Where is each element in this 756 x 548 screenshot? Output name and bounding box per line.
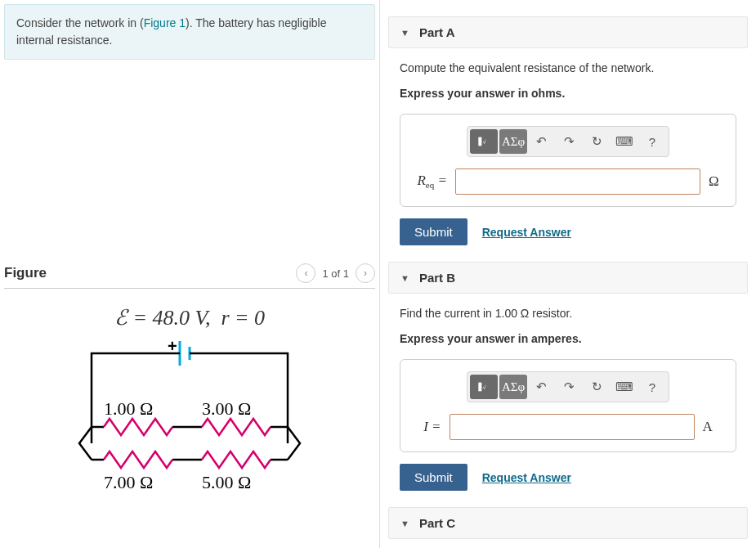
r3-label: 7.00 Ω xyxy=(104,472,153,492)
templates-icon[interactable]: √ xyxy=(470,375,498,399)
figure-title: Figure xyxy=(4,265,47,281)
figure-prev-button[interactable]: ‹ xyxy=(296,263,315,283)
part-a-body: Compute the equivalent resistance of the… xyxy=(388,48,748,245)
greek-button[interactable]: ΑΣφ xyxy=(499,129,527,154)
part-a-instruction: Compute the equivalent resistance of the… xyxy=(400,60,736,77)
svg-text:√: √ xyxy=(483,139,486,145)
svg-rect-4 xyxy=(478,383,481,392)
left-panel: Consider the network in (Figure 1). The … xyxy=(0,0,380,548)
caret-down-icon: ▼ xyxy=(400,273,409,283)
help-icon[interactable]: ? xyxy=(638,129,666,154)
part-a-unit: Ω xyxy=(709,173,719,190)
problem-text-prefix: Consider the network in ( xyxy=(16,16,144,29)
part-a-request-link[interactable]: Request Answer xyxy=(482,226,571,239)
r-value: r = 0 xyxy=(221,306,265,330)
part-b-answer-box: √ ΑΣφ ↶ ↷ ↻ ⌨ ? I = A xyxy=(400,359,736,452)
svg-rect-2 xyxy=(478,137,481,146)
reset-icon[interactable]: ↻ xyxy=(583,375,611,399)
part-b-instruction: Find the current in 1.00 Ω resistor. xyxy=(400,305,736,322)
part-b-submit-row: Submit Request Answer xyxy=(400,464,736,491)
part-c-header[interactable]: ▼ Part C xyxy=(388,507,748,539)
keyboard-icon[interactable]: ⌨ xyxy=(611,129,638,154)
part-b-input[interactable] xyxy=(450,414,695,440)
part-b-toolbar: √ ΑΣφ ↶ ↷ ↻ ⌨ ? xyxy=(467,371,669,402)
part-b-body: Find the current in 1.00 Ω resistor. Exp… xyxy=(388,294,748,491)
redo-icon[interactable]: ↷ xyxy=(555,375,583,399)
help-icon[interactable]: ? xyxy=(638,375,666,399)
r4-label: 5.00 Ω xyxy=(202,472,251,492)
part-a-title: Part A xyxy=(419,25,455,39)
caret-down-icon: ▼ xyxy=(400,28,409,38)
figure-nav: ‹ 1 of 1 › xyxy=(296,263,375,283)
figure-next-button[interactable]: › xyxy=(356,263,375,283)
part-b-var: I = xyxy=(423,419,441,435)
emf-value: ℰ = 48.0 V, xyxy=(114,306,211,330)
problem-statement: Consider the network in (Figure 1). The … xyxy=(4,4,375,60)
part-a-submit-row: Submit Request Answer xyxy=(400,218,736,245)
figure-section: Figure ‹ 1 of 1 › ℰ = 48.0 V, r = 0 + xyxy=(0,259,379,548)
part-a-input[interactable] xyxy=(455,168,700,195)
battery-plus: + xyxy=(168,337,177,355)
figure-pager: 1 of 1 xyxy=(322,267,349,280)
part-a-submit-button[interactable]: Submit xyxy=(400,218,467,245)
undo-icon[interactable]: ↶ xyxy=(527,375,555,399)
circuit-svg: + 1.00 Ω 3.00 Ω xyxy=(75,337,304,525)
part-b-unit: A xyxy=(703,419,713,435)
svg-text:√: √ xyxy=(483,384,486,390)
part-a-toolbar: √ ΑΣφ ↶ ↷ ↻ ⌨ ? xyxy=(467,126,669,157)
circuit-formula: ℰ = 48.0 V, r = 0 xyxy=(20,305,359,330)
r1-label: 1.00 Ω xyxy=(104,398,153,419)
part-b-input-row: I = A xyxy=(412,414,724,440)
reset-icon[interactable]: ↻ xyxy=(583,129,611,154)
undo-icon[interactable]: ↶ xyxy=(527,129,555,154)
part-a-answer-box: √ ΑΣφ ↶ ↷ ↻ ⌨ ? Req = Ω xyxy=(400,114,736,207)
part-a-header[interactable]: ▼ Part A xyxy=(388,16,748,48)
part-b-submit-button[interactable]: Submit xyxy=(400,464,467,491)
part-a-bold: Express your answer in ohms. xyxy=(400,85,736,102)
right-panel: ▼ Part A Compute the equivalent resistan… xyxy=(380,0,756,548)
part-a-var: Req = xyxy=(417,173,447,190)
figure-header: Figure ‹ 1 of 1 › xyxy=(4,263,375,289)
part-b-request-link[interactable]: Request Answer xyxy=(482,471,571,484)
keyboard-icon[interactable]: ⌨ xyxy=(611,375,638,399)
caret-down-icon: ▼ xyxy=(400,519,409,528)
part-b-title: Part B xyxy=(419,271,455,285)
templates-icon[interactable]: √ xyxy=(470,129,498,154)
redo-icon[interactable]: ↷ xyxy=(555,129,583,154)
greek-button[interactable]: ΑΣφ xyxy=(499,375,527,399)
part-b-bold: Express your answer in amperes. xyxy=(400,330,736,348)
part-a-input-row: Req = Ω xyxy=(412,168,724,195)
part-c-title: Part C xyxy=(419,516,455,530)
circuit-diagram: ℰ = 48.0 V, r = 0 + 1.00 Ω 3.00 Ω xyxy=(4,297,375,544)
r2-label: 3.00 Ω xyxy=(202,398,251,419)
figure-link[interactable]: Figure 1 xyxy=(144,16,186,29)
part-b-header[interactable]: ▼ Part B xyxy=(388,262,748,294)
